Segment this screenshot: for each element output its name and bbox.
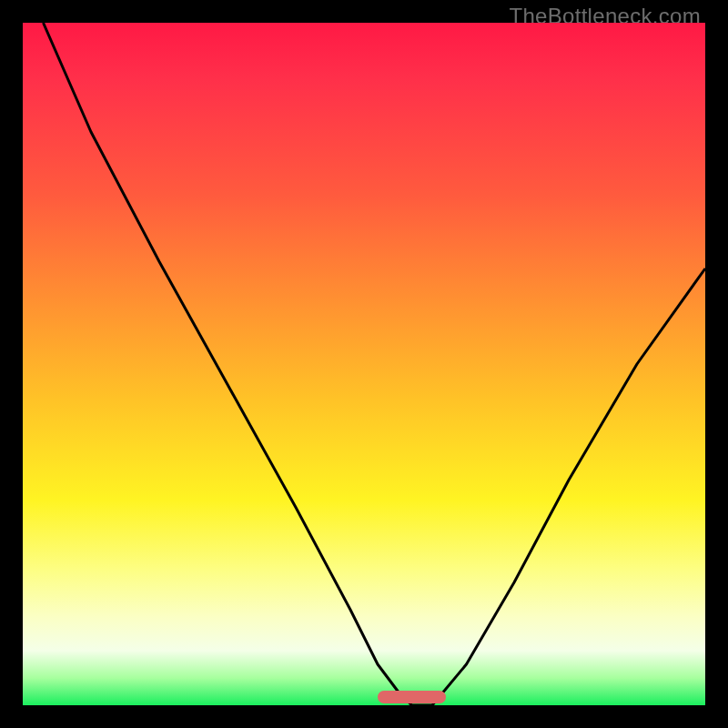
curve-layer (23, 23, 705, 705)
optimal-marker (378, 691, 446, 703)
bottleneck-curve-path (44, 23, 706, 705)
plot-area (23, 23, 705, 705)
chart-frame: TheBottleneck.com (0, 0, 728, 728)
